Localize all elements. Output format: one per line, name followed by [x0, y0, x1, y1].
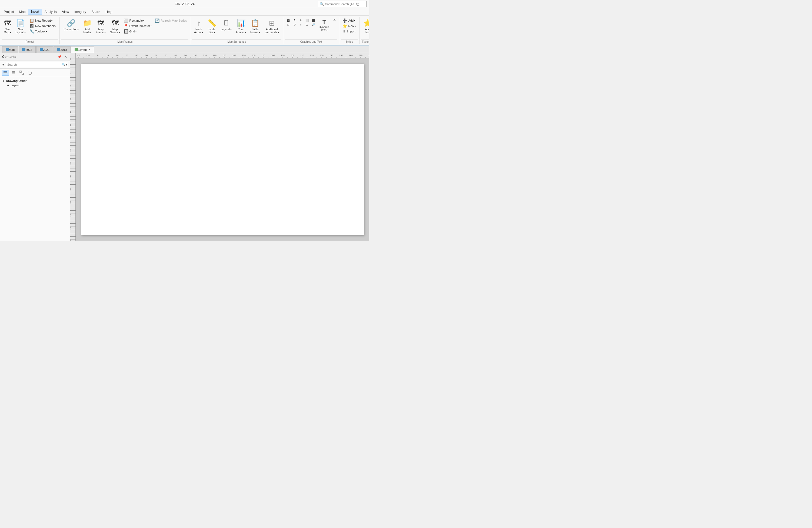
contents-pin-button[interactable]: 📌: [57, 55, 62, 59]
contents-search-input[interactable]: [7, 63, 62, 66]
new-report-button[interactable]: 📋 New Report ▾: [28, 18, 58, 23]
layer-view-btn[interactable]: [10, 70, 17, 76]
tab-2021[interactable]: 2021: [36, 46, 53, 53]
dynamic-text-icon: T: [322, 19, 326, 25]
table-frame-icon: 📋: [251, 19, 260, 27]
new-map-button[interactable]: 🗺 NewMap ▾: [2, 18, 13, 35]
canvas-area[interactable]: -20-100102030405060708090100110120130140…: [70, 53, 369, 241]
text-style-icon-btn[interactable]: A: [298, 18, 304, 23]
menu-item-imagery[interactable]: Imagery: [72, 9, 89, 15]
menu-item-project[interactable]: Project: [1, 9, 16, 15]
list-btn[interactable]: ≡: [298, 23, 304, 27]
tree-item-layout-label: Layout: [11, 84, 19, 87]
map-frame-button[interactable]: 🗺 MapFrame ▾: [94, 18, 108, 35]
refresh-map-series-button[interactable]: 🔄 Refresh Map Series: [153, 18, 188, 23]
import-style-button[interactable]: ⬇ Import: [341, 29, 357, 34]
svg-text:150: 150: [242, 54, 246, 57]
svg-text:280: 280: [368, 54, 369, 57]
new-style-button[interactable]: ⭐ New ▾: [341, 23, 357, 29]
tree-item-layout[interactable]: ◄ Layout: [1, 83, 69, 87]
menu-item-insert[interactable]: Insert: [28, 9, 42, 15]
additional-surrounds-button[interactable]: ⊞ AdditionalSurrounds ▾: [262, 18, 281, 35]
map-frame-label: MapFrame ▾: [96, 28, 106, 34]
contents-search-box[interactable]: 🔍 ▾: [6, 62, 68, 67]
extent-indicator-button[interactable]: 📍 Extent Indicator ▾: [122, 23, 153, 29]
table-frame-label: TableFrame ▾: [250, 28, 260, 34]
new-layout-button[interactable]: 📄 NewLayout ▾: [13, 18, 28, 35]
dynamic-text-button[interactable]: T DynamicText ▾: [317, 18, 332, 33]
drawing-order-view-btn[interactable]: [2, 70, 9, 76]
image-icon-btn[interactable]: 🖼: [286, 18, 291, 23]
grid-icon: 🔲: [124, 29, 128, 33]
chart-frame-button[interactable]: 📊 ChartFrame ▾: [234, 18, 248, 35]
tab-layout-icon: [75, 48, 78, 52]
svg-rect-7: [22, 73, 24, 75]
contents-search-button[interactable]: 🔍: [62, 63, 66, 67]
map-series-icon: 🗺: [112, 19, 119, 27]
new-style-icon: ⭐: [343, 24, 347, 28]
rectangle-button[interactable]: ⬜ Rectangle ▾: [122, 18, 153, 23]
new-map-icon: 🗺: [4, 19, 11, 27]
menu-item-view[interactable]: View: [59, 9, 72, 15]
command-search-input[interactable]: [325, 2, 365, 6]
tab-layout[interactable]: Layout ✕: [71, 46, 94, 53]
text-a-icon-btn[interactable]: A: [292, 18, 298, 23]
drawing-order-header[interactable]: ▼ Drawing Order: [1, 79, 69, 83]
contents-close-button[interactable]: ✕: [63, 55, 68, 59]
add-style-button[interactable]: ➕ Add ▾: [341, 18, 357, 23]
favorites-group-label: Favorites: [361, 40, 369, 44]
scale-bar-button[interactable]: 📏 ScaleBar ▾: [205, 18, 218, 35]
menu-item-share[interactable]: Share: [89, 9, 103, 15]
map-series-button[interactable]: 🗺 MapSeries ▾: [108, 18, 122, 35]
app-title: GiK_2023_24: [175, 2, 194, 6]
contents-filter-icon[interactable]: ▼: [2, 63, 5, 67]
project-group-label: Project: [2, 40, 58, 44]
contents-title: Contents: [2, 55, 16, 59]
tab-map[interactable]: Map: [2, 46, 18, 53]
menu-item-analysis[interactable]: Analysis: [42, 9, 59, 15]
tabs-bar: Map 2022 2021 2018 Layout ✕: [0, 45, 369, 53]
graphics-settings-button[interactable]: ⚙: [331, 18, 337, 23]
new-notebook-icon: 📓: [29, 24, 34, 28]
ribbon-group-project: 🗺 NewMap ▾ 📄 NewLayout ▾ 📋 New Report ▾ …: [0, 17, 60, 44]
circle-btn[interactable]: ⬡: [286, 23, 291, 27]
connections-button[interactable]: 🔗 Connections: [61, 18, 81, 32]
table-frame-button[interactable]: 📋 TableFrame ▾: [248, 18, 262, 35]
ribbon-project-small-col: 📋 New Report ▾ 📓 New Notebook ▾ 🔧 Toolbo…: [28, 18, 58, 34]
toolbox-button[interactable]: 🔧 Toolbox ▾: [28, 29, 58, 34]
north-arrow-label: NorthArrow ▾: [194, 28, 203, 34]
tab-2021-icon: [40, 48, 43, 52]
north-arrow-button[interactable]: ↑ NorthArrow ▾: [192, 18, 205, 35]
svg-text:50: 50: [145, 54, 148, 57]
contents-search-dropdown[interactable]: ▾: [66, 63, 67, 66]
command-search-box[interactable]: 🔍: [318, 1, 366, 7]
toolbox-label: Toolbox: [35, 30, 45, 33]
new-notebook-button[interactable]: 📓 New Notebook ▾: [28, 23, 58, 29]
shape2-btn[interactable]: ⬛: [310, 18, 316, 23]
legend-button[interactable]: 🗒 Legend ▾: [218, 18, 234, 32]
svg-text:240: 240: [330, 54, 333, 57]
extent-view-btn[interactable]: [18, 70, 25, 76]
add-style-icon: ➕: [343, 18, 347, 23]
tab-2018[interactable]: 2018: [54, 46, 70, 53]
svg-text:120: 120: [213, 54, 217, 57]
tab-layout-close[interactable]: ✕: [88, 48, 90, 51]
grid-button[interactable]: 🔲 Grid ▾: [122, 29, 153, 34]
svg-rect-1: [3, 72, 7, 73]
contents-tree: ▼ Drawing Order ◄ Layout: [0, 77, 70, 241]
rect-shape-btn[interactable]: ⬜: [304, 18, 310, 23]
menu-item-map[interactable]: Map: [16, 9, 28, 15]
rectangle-label: Rectangle: [130, 19, 143, 22]
rotate-btn[interactable]: ↺: [292, 23, 298, 27]
svg-text:100: 100: [193, 54, 197, 57]
add-folder-button[interactable]: 📁 AddFolder: [81, 18, 94, 35]
styles-btns-col: ➕ Add ▾ ⭐ New ▾ ⬇ Import: [341, 18, 357, 34]
hex-btn[interactable]: ⬡: [304, 23, 310, 27]
selection-view-btn[interactable]: [26, 70, 33, 76]
svg-text:20: 20: [116, 54, 119, 57]
zoom-btn[interactable]: 🔎: [310, 23, 316, 27]
add-item-button[interactable]: ⭐ AddItem: [361, 18, 369, 35]
tab-2022[interactable]: 2022: [19, 46, 35, 53]
menu-item-help[interactable]: Help: [103, 9, 115, 15]
ribbon-group-styles-content: ➕ Add ▾ ⭐ New ▾ ⬇ Import: [341, 17, 357, 40]
